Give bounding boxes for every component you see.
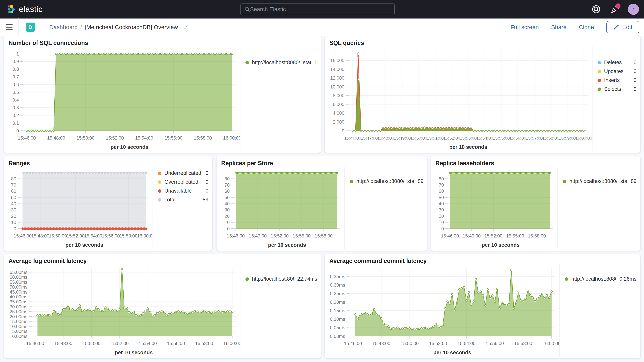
svg-text:15:50:00: 15:50:00 bbox=[410, 136, 427, 140]
svg-text:0: 0 bbox=[342, 128, 344, 134]
svg-text:15:54:00: 15:54:00 bbox=[457, 341, 475, 346]
svg-text:20.00ms: 20.00ms bbox=[10, 314, 28, 319]
svg-text:per 10 seconds: per 10 seconds bbox=[115, 350, 153, 356]
share-link[interactable]: Share bbox=[551, 24, 566, 30]
breadcrumb-dashboard-link[interactable]: Dashboard bbox=[49, 24, 78, 30]
svg-text:15:52:00: 15:52:00 bbox=[106, 135, 124, 140]
legend-item[interactable]: http://localhost:8080/_stat...1 bbox=[240, 60, 317, 66]
legend-label: Inserts bbox=[604, 77, 630, 83]
svg-text:4,000: 4,000 bbox=[333, 110, 344, 116]
search-input[interactable] bbox=[250, 6, 391, 12]
svg-text:15:58:00: 15:58:00 bbox=[195, 341, 213, 346]
user-avatar[interactable]: r bbox=[628, 4, 639, 15]
svg-text:15:59:00: 15:59:00 bbox=[559, 136, 576, 140]
panel-title: Average command commit latency bbox=[325, 254, 640, 264]
svg-text:16:00:00: 16:00:00 bbox=[223, 341, 240, 346]
edit-button-label: Edit bbox=[622, 24, 632, 31]
svg-text:70: 70 bbox=[11, 182, 16, 188]
svg-text:30: 30 bbox=[11, 207, 16, 212]
clone-link[interactable]: Clone bbox=[579, 24, 594, 30]
ranges-chart[interactable]: 8070605040302010015:46:0015:48:0015:50:0… bbox=[8, 167, 152, 249]
legend-item[interactable]: http://localhost:8080/_sta...89 bbox=[345, 178, 424, 184]
svg-text:10.00ms: 10.00ms bbox=[10, 324, 28, 329]
svg-text:15:58:00: 15:58:00 bbox=[528, 233, 546, 238]
chart-legend: Deletes0Updates0Inserts0Selects0 bbox=[592, 46, 636, 151]
svg-text:15:52:00: 15:52:00 bbox=[111, 341, 128, 346]
svg-text:0.4: 0.4 bbox=[12, 97, 19, 102]
svg-text:60: 60 bbox=[439, 188, 444, 194]
svg-text:15:52:00: 15:52:00 bbox=[271, 233, 289, 238]
svg-text:0: 0 bbox=[441, 226, 444, 231]
svg-text:80: 80 bbox=[11, 176, 16, 182]
svg-text:65.00ms: 65.00ms bbox=[10, 270, 28, 275]
svg-text:15:52:00: 15:52:00 bbox=[484, 233, 502, 238]
svg-text:12,000: 12,000 bbox=[330, 75, 344, 80]
svg-text:15:48:00: 15:48:00 bbox=[31, 233, 49, 238]
svg-text:per 10 seconds: per 10 seconds bbox=[482, 242, 520, 248]
panel-ranges: Ranges 8070605040302010015:46:0015:48:00… bbox=[4, 156, 212, 250]
legend-item[interactable]: Inserts0 bbox=[592, 77, 636, 83]
elastic-logo[interactable]: elastic bbox=[0, 4, 81, 14]
legend-label: Underreplicated bbox=[164, 170, 202, 176]
legend-item[interactable]: Overreplicated0 bbox=[153, 179, 208, 185]
svg-text:30: 30 bbox=[224, 207, 230, 212]
menu-button[interactable] bbox=[0, 18, 18, 36]
svg-text:16:00:00: 16:00:00 bbox=[542, 341, 559, 346]
panel-replica-leaseholders: Replica leaseholders 8070605040302010015… bbox=[431, 156, 640, 250]
svg-text:2,000: 2,000 bbox=[333, 119, 344, 124]
title-check-icon[interactable] bbox=[182, 24, 188, 30]
svg-text:0.35ms: 0.35ms bbox=[330, 274, 345, 279]
legend-value: 0.26ms bbox=[619, 276, 636, 282]
svg-text:6,000: 6,000 bbox=[333, 102, 344, 107]
svg-text:15:57:00: 15:57:00 bbox=[526, 136, 543, 140]
legend-item[interactable]: Selects0 bbox=[592, 86, 636, 92]
notification-dot bbox=[616, 4, 620, 8]
whats-new-button[interactable] bbox=[609, 4, 620, 15]
edit-button[interactable]: Edit bbox=[606, 21, 639, 33]
svg-text:40: 40 bbox=[11, 201, 16, 206]
svg-text:16:00:00: 16:00:00 bbox=[223, 135, 240, 140]
legend-label: Overreplicated bbox=[164, 179, 202, 185]
global-search[interactable] bbox=[240, 4, 395, 15]
legend-color-dot bbox=[246, 61, 249, 64]
replicas-per-store-chart[interactable]: 8070605040302010015:46:0015:49:0015:52:0… bbox=[220, 167, 344, 249]
svg-text:15:54:00: 15:54:00 bbox=[476, 136, 493, 140]
fullscreen-link[interactable]: Full screen bbox=[510, 24, 539, 30]
chart-legend: http://localhost:8080/_sta...89 bbox=[344, 167, 424, 249]
sql-connections-chart[interactable]: 10.90.80.70.60.50.40.30.20.1015:46:0015:… bbox=[8, 46, 240, 151]
svg-text:0.8: 0.8 bbox=[12, 66, 19, 72]
command-commit-latency-chart[interactable]: 0.35ms0.30ms0.25ms0.20ms0.15ms0.10ms0.05… bbox=[328, 264, 559, 356]
svg-text:15:49:00: 15:49:00 bbox=[394, 136, 411, 140]
svg-text:0.9: 0.9 bbox=[12, 59, 19, 64]
legend-color-dot bbox=[158, 180, 162, 184]
dashboard-badge[interactable]: D bbox=[26, 22, 35, 32]
legend-item[interactable]: Unavailable0 bbox=[153, 188, 208, 194]
svg-text:15:58:00: 15:58:00 bbox=[542, 136, 559, 140]
replica-leaseholders-chart[interactable]: 8070605040302010015:46:0015:49:0015:52:0… bbox=[434, 167, 558, 249]
svg-text:15:56:00: 15:56:00 bbox=[102, 233, 120, 238]
help-button[interactable] bbox=[591, 4, 602, 15]
svg-text:15:53:00: 15:53:00 bbox=[460, 136, 477, 140]
legend-color-dot bbox=[598, 79, 601, 82]
legend-item[interactable]: Deletes0 bbox=[592, 60, 636, 66]
log-commit-latency-chart[interactable]: 65.00ms60.00ms55.00ms50.00ms45.00ms40.00… bbox=[8, 264, 240, 356]
panel-sql-queries: SQL queries 16,00014,00012,00010,0008,00… bbox=[325, 36, 640, 153]
chart-legend: http://localhost:8080/_stat...1 bbox=[240, 46, 317, 151]
sql-queries-chart[interactable]: 16,00014,00012,00010,0008,0006,0004,0002… bbox=[328, 46, 592, 151]
svg-text:0.1: 0.1 bbox=[12, 120, 19, 126]
legend-item[interactable]: http://localhost:8080...0.26ms bbox=[560, 276, 636, 282]
svg-text:15:58:00: 15:58:00 bbox=[315, 233, 332, 238]
svg-text:15:49:00: 15:49:00 bbox=[249, 233, 267, 238]
legend-item[interactable]: Underreplicated0 bbox=[153, 170, 208, 176]
svg-text:0.3: 0.3 bbox=[12, 105, 19, 110]
svg-text:50: 50 bbox=[439, 195, 444, 200]
legend-item[interactable]: Total89 bbox=[153, 197, 208, 203]
legend-item[interactable]: http://localhost:808...22.74ms bbox=[240, 276, 317, 282]
svg-text:15:56:00: 15:56:00 bbox=[510, 136, 526, 140]
svg-text:0: 0 bbox=[227, 226, 230, 231]
svg-text:15:46:00: 15:46:00 bbox=[344, 136, 361, 140]
svg-text:15:48:00: 15:48:00 bbox=[377, 136, 394, 140]
svg-text:15:55:00: 15:55:00 bbox=[293, 233, 310, 238]
legend-item[interactable]: Updates0 bbox=[592, 68, 636, 74]
legend-item[interactable]: http://localhost:8080/_sta...89 bbox=[558, 178, 636, 184]
